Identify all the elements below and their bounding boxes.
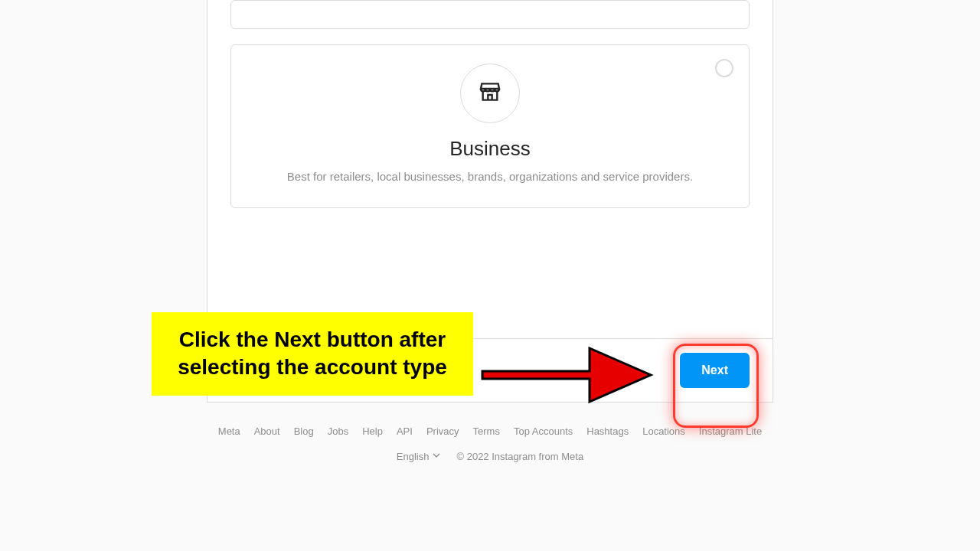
footer-link-top-accounts[interactable]: Top Accounts <box>514 425 573 437</box>
footer-links: Meta About Blog Jobs Help API Privacy Te… <box>0 425 980 437</box>
footer: Meta About Blog Jobs Help API Privacy Te… <box>0 403 980 470</box>
callout-text: Click the Next button after selecting th… <box>162 326 462 382</box>
option-card-business[interactable]: Business Best for retailers, local busin… <box>230 44 750 208</box>
footer-link-jobs[interactable]: Jobs <box>328 425 348 437</box>
option-card-prev[interactable] <box>230 0 750 29</box>
footer-link-blog[interactable]: Blog <box>294 425 314 437</box>
chevron-down-icon <box>432 451 441 462</box>
language-selector[interactable]: English <box>397 451 442 462</box>
footer-link-locations[interactable]: Locations <box>642 425 685 437</box>
radio-unselected-icon[interactable] <box>715 59 733 77</box>
footer-link-instagram-lite[interactable]: Instagram Lite <box>699 425 762 437</box>
footer-link-api[interactable]: API <box>397 425 413 437</box>
instruction-callout: Click the Next button after selecting th… <box>152 312 473 396</box>
store-icon <box>478 80 502 107</box>
footer-link-hashtags[interactable]: Hashtags <box>586 425 629 437</box>
footer-link-terms[interactable]: Terms <box>473 425 500 437</box>
copyright-text: © 2022 Instagram from Meta <box>456 451 583 462</box>
next-button[interactable]: Next <box>680 353 750 388</box>
footer-link-about[interactable]: About <box>254 425 280 437</box>
card-description: Best for retailers, local businesses, br… <box>247 168 733 184</box>
footer-bottom: English © 2022 Instagram from Meta <box>0 451 980 462</box>
language-label: English <box>397 451 430 462</box>
footer-link-privacy[interactable]: Privacy <box>426 425 459 437</box>
footer-link-meta[interactable]: Meta <box>218 425 240 437</box>
icon-container <box>460 64 520 123</box>
card-title: Business <box>247 137 733 161</box>
footer-link-help[interactable]: Help <box>362 425 383 437</box>
